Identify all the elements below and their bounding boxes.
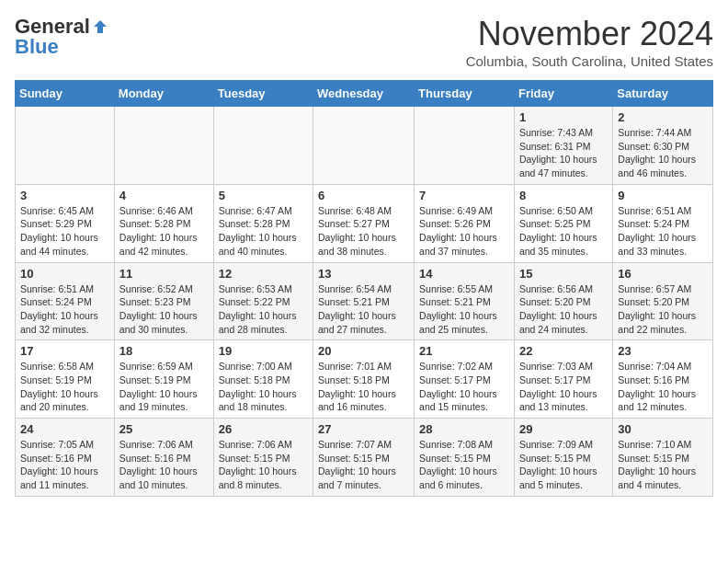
svg-marker-0	[94, 20, 107, 33]
week-row-1: 1Sunrise: 7:43 AMSunset: 6:31 PMDaylight…	[16, 107, 713, 185]
day-info: Sunrise: 7:04 AMSunset: 5:16 PMDaylight:…	[618, 361, 696, 412]
day-info: Sunrise: 6:51 AMSunset: 5:24 PMDaylight:…	[20, 283, 98, 335]
day-number: 30	[618, 422, 708, 436]
day-number: 8	[519, 189, 608, 202]
calendar-cell: 15Sunrise: 6:56 AMSunset: 5:20 PMDayligh…	[514, 262, 612, 340]
calendar-cell: 11Sunrise: 6:52 AMSunset: 5:23 PMDayligh…	[114, 262, 213, 340]
day-info: Sunrise: 7:06 AMSunset: 5:15 PMDaylight:…	[219, 439, 297, 490]
calendar-cell: 23Sunrise: 7:04 AMSunset: 5:16 PMDayligh…	[613, 340, 713, 419]
calendar-cell	[16, 107, 115, 185]
month-title: November 2024	[466, 15, 713, 53]
day-info: Sunrise: 7:05 AMSunset: 5:16 PMDaylight:…	[20, 439, 98, 490]
day-info: Sunrise: 7:01 AMSunset: 5:18 PMDaylight:…	[318, 361, 396, 412]
day-number: 25	[119, 422, 209, 436]
day-info: Sunrise: 6:55 AMSunset: 5:21 PMDaylight:…	[419, 283, 497, 335]
day-number: 9	[618, 189, 708, 202]
day-number: 19	[219, 344, 308, 358]
calendar-table: SundayMondayTuesdayWednesdayThursdayFrid…	[15, 80, 713, 497]
day-number: 11	[119, 267, 209, 281]
day-number: 26	[219, 422, 308, 436]
calendar-cell: 29Sunrise: 7:09 AMSunset: 5:15 PMDayligh…	[514, 419, 612, 497]
logo-blue: Blue	[15, 35, 59, 59]
day-info: Sunrise: 6:49 AMSunset: 5:26 PMDaylight:…	[419, 205, 497, 257]
calendar-cell	[313, 107, 415, 185]
day-info: Sunrise: 6:57 AMSunset: 5:20 PMDaylight:…	[618, 283, 696, 335]
day-number: 29	[519, 422, 608, 436]
calendar-cell: 6Sunrise: 6:48 AMSunset: 5:27 PMDaylight…	[313, 184, 415, 262]
day-number: 10	[20, 267, 109, 281]
day-number: 2	[618, 110, 708, 124]
day-number: 5	[219, 189, 308, 202]
day-info: Sunrise: 7:43 AMSunset: 6:31 PMDaylight:…	[519, 127, 597, 178]
day-number: 21	[419, 344, 509, 358]
weekday-header-thursday: Thursday	[415, 81, 515, 107]
page-header: General Blue November 2024 Columbia, Sou…	[15, 15, 713, 69]
calendar-cell: 8Sunrise: 6:50 AMSunset: 5:25 PMDaylight…	[514, 184, 612, 262]
calendar-cell: 4Sunrise: 6:46 AMSunset: 5:28 PMDaylight…	[114, 184, 213, 262]
weekday-header-sunday: Sunday	[16, 81, 115, 107]
day-number: 7	[419, 189, 509, 202]
day-number: 12	[219, 267, 308, 281]
calendar-cell: 22Sunrise: 7:03 AMSunset: 5:17 PMDayligh…	[514, 340, 612, 419]
weekday-header-wednesday: Wednesday	[313, 81, 415, 107]
week-row-4: 17Sunrise: 6:58 AMSunset: 5:19 PMDayligh…	[16, 340, 713, 419]
day-info: Sunrise: 6:59 AMSunset: 5:19 PMDaylight:…	[119, 361, 198, 412]
day-number: 6	[318, 189, 409, 202]
weekday-header-monday: Monday	[114, 81, 213, 107]
day-number: 17	[20, 344, 109, 358]
day-number: 4	[119, 189, 209, 202]
calendar-cell: 5Sunrise: 6:47 AMSunset: 5:28 PMDaylight…	[213, 184, 313, 262]
calendar-cell: 27Sunrise: 7:07 AMSunset: 5:15 PMDayligh…	[313, 419, 415, 497]
day-info: Sunrise: 7:10 AMSunset: 5:15 PMDaylight:…	[618, 439, 696, 490]
day-info: Sunrise: 6:56 AMSunset: 5:20 PMDaylight:…	[519, 283, 597, 335]
day-info: Sunrise: 7:03 AMSunset: 5:17 PMDaylight:…	[519, 361, 597, 412]
weekday-header-row: SundayMondayTuesdayWednesdayThursdayFrid…	[16, 81, 713, 107]
calendar-cell: 28Sunrise: 7:08 AMSunset: 5:15 PMDayligh…	[415, 419, 515, 497]
calendar-cell: 21Sunrise: 7:02 AMSunset: 5:17 PMDayligh…	[415, 340, 515, 419]
day-number: 27	[318, 422, 409, 436]
weekday-header-saturday: Saturday	[613, 81, 713, 107]
day-info: Sunrise: 6:54 AMSunset: 5:21 PMDaylight:…	[318, 283, 396, 335]
calendar-cell: 9Sunrise: 6:51 AMSunset: 5:24 PMDaylight…	[613, 184, 713, 262]
day-number: 13	[318, 267, 409, 281]
day-number: 16	[618, 267, 708, 281]
day-info: Sunrise: 6:47 AMSunset: 5:28 PMDaylight:…	[219, 205, 297, 257]
day-info: Sunrise: 7:09 AMSunset: 5:15 PMDaylight:…	[519, 439, 597, 490]
weekday-header-friday: Friday	[514, 81, 612, 107]
day-number: 20	[318, 344, 409, 358]
day-info: Sunrise: 6:53 AMSunset: 5:22 PMDaylight:…	[219, 283, 297, 335]
calendar-cell: 16Sunrise: 6:57 AMSunset: 5:20 PMDayligh…	[613, 262, 713, 340]
calendar-cell	[114, 107, 213, 185]
day-info: Sunrise: 6:48 AMSunset: 5:27 PMDaylight:…	[318, 205, 396, 257]
day-number: 18	[119, 344, 209, 358]
day-number: 3	[20, 189, 109, 202]
calendar-cell: 19Sunrise: 7:00 AMSunset: 5:18 PMDayligh…	[213, 340, 313, 419]
calendar-cell: 10Sunrise: 6:51 AMSunset: 5:24 PMDayligh…	[16, 262, 115, 340]
day-info: Sunrise: 6:50 AMSunset: 5:25 PMDaylight:…	[519, 205, 597, 257]
day-info: Sunrise: 6:52 AMSunset: 5:23 PMDaylight:…	[119, 283, 198, 335]
calendar-cell: 18Sunrise: 6:59 AMSunset: 5:19 PMDayligh…	[114, 340, 213, 419]
day-number: 1	[519, 110, 608, 124]
day-info: Sunrise: 7:06 AMSunset: 5:16 PMDaylight:…	[119, 439, 198, 490]
weekday-header-tuesday: Tuesday	[213, 81, 313, 107]
day-number: 23	[618, 344, 708, 358]
day-number: 28	[419, 422, 509, 436]
calendar-cell: 7Sunrise: 6:49 AMSunset: 5:26 PMDaylight…	[415, 184, 515, 262]
day-number: 24	[20, 422, 109, 436]
day-info: Sunrise: 6:51 AMSunset: 5:24 PMDaylight:…	[618, 205, 696, 257]
title-area: November 2024 Columbia, South Carolina, …	[466, 15, 713, 69]
logo: General Blue	[15, 15, 108, 59]
day-info: Sunrise: 6:58 AMSunset: 5:19 PMDaylight:…	[20, 361, 98, 412]
logo-icon	[92, 18, 108, 35]
calendar-cell: 14Sunrise: 6:55 AMSunset: 5:21 PMDayligh…	[415, 262, 515, 340]
location-title: Columbia, South Carolina, United States	[466, 53, 713, 69]
calendar-cell	[213, 107, 313, 185]
calendar-cell	[415, 107, 515, 185]
day-info: Sunrise: 6:45 AMSunset: 5:29 PMDaylight:…	[20, 205, 98, 257]
calendar-cell: 24Sunrise: 7:05 AMSunset: 5:16 PMDayligh…	[16, 419, 115, 497]
day-info: Sunrise: 7:08 AMSunset: 5:15 PMDaylight:…	[419, 439, 497, 490]
calendar-cell: 25Sunrise: 7:06 AMSunset: 5:16 PMDayligh…	[114, 419, 213, 497]
day-info: Sunrise: 7:00 AMSunset: 5:18 PMDaylight:…	[219, 361, 297, 412]
week-row-5: 24Sunrise: 7:05 AMSunset: 5:16 PMDayligh…	[16, 419, 713, 497]
calendar-cell: 3Sunrise: 6:45 AMSunset: 5:29 PMDaylight…	[16, 184, 115, 262]
